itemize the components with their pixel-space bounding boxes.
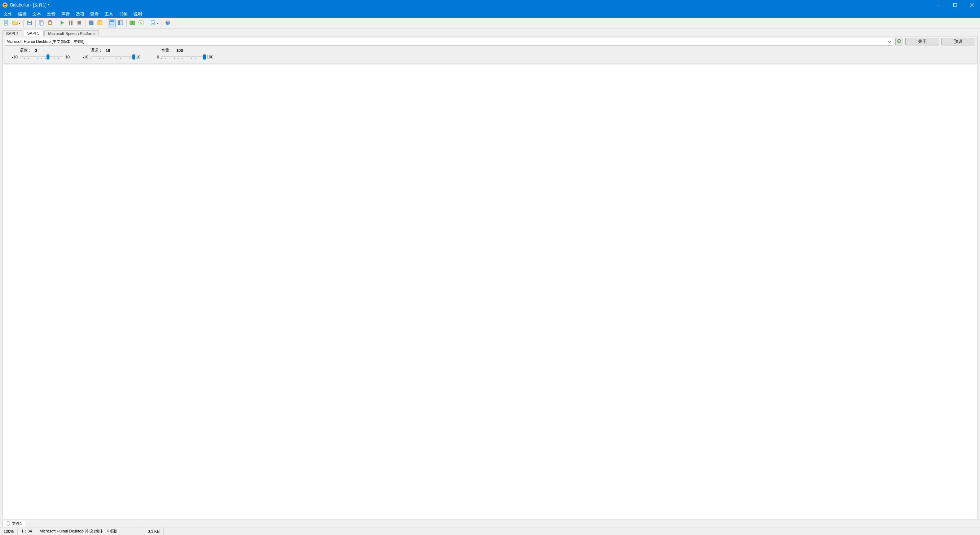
- svg-rect-19: [110, 21, 114, 22]
- separator: [126, 20, 127, 27]
- document-tab[interactable]: 文件1: [2, 521, 26, 527]
- save-bookmark-button[interactable]: [96, 19, 104, 27]
- translate-icon: [129, 20, 135, 27]
- new-doc-icon: [3, 20, 9, 27]
- separator: [147, 20, 147, 27]
- play-button[interactable]: [58, 19, 66, 27]
- titlebar: Balabolka - [文件1] •: [0, 0, 980, 10]
- app-name: Balabolka: [10, 3, 29, 8]
- pitch-thumb[interactable]: [132, 54, 135, 59]
- save-audio-icon: [88, 20, 94, 27]
- save-bookmark-icon: [97, 20, 103, 27]
- document-icon: [6, 521, 10, 526]
- slider-row: 语速： 3 -10 10 语调： 10: [3, 47, 977, 63]
- pause-icon: [68, 20, 73, 27]
- open-button[interactable]: [11, 19, 22, 27]
- close-button[interactable]: [963, 0, 980, 10]
- separator: [106, 20, 106, 27]
- panel-b-icon: [118, 20, 123, 27]
- spellcheck-icon: [150, 20, 156, 27]
- svg-rect-16: [89, 21, 94, 25]
- svg-rect-3: [954, 3, 957, 7]
- tab-msspeech[interactable]: Microsoft Speech Platform: [45, 30, 99, 37]
- svg-rect-9: [40, 22, 43, 25]
- volume-max: 100: [207, 55, 215, 59]
- separator: [85, 20, 86, 27]
- dictionary-button[interactable]: A: [137, 19, 145, 27]
- document-tabs: 文件1: [0, 519, 980, 527]
- panel-a-button[interactable]: [108, 19, 116, 27]
- menu-text[interactable]: 文本: [30, 10, 44, 18]
- panel-b-button[interactable]: [116, 19, 124, 27]
- volume-slider[interactable]: [161, 54, 205, 60]
- paste-button[interactable]: [46, 19, 54, 27]
- svg-rect-6: [29, 21, 31, 22]
- minimize-button[interactable]: [930, 0, 947, 10]
- menu-view[interactable]: 查看: [87, 10, 102, 18]
- tab-sapi4[interactable]: SAPI 4: [2, 30, 22, 37]
- menu-file[interactable]: 文件: [1, 10, 15, 18]
- save-button[interactable]: [25, 19, 33, 27]
- toolbar: A ?: [0, 18, 980, 29]
- app-window: Balabolka - [文件1] • 文件 编辑 文本 发音 声音 选项 查看…: [0, 0, 980, 535]
- svg-point-0: [3, 3, 8, 8]
- status-size: 0.1 KB: [144, 527, 164, 535]
- rate-slider[interactable]: [20, 54, 63, 60]
- svg-rect-15: [78, 21, 81, 24]
- volume-value: 100: [177, 48, 183, 52]
- refresh-voice-button[interactable]: [895, 38, 903, 45]
- svg-rect-21: [118, 21, 120, 25]
- about-voice-button[interactable]: 关于: [905, 38, 939, 45]
- menu-tools[interactable]: 工具: [102, 10, 116, 18]
- help-button[interactable]: ?: [164, 19, 172, 27]
- spellcheck-button[interactable]: [149, 19, 160, 27]
- help-icon: ?: [165, 20, 170, 27]
- rate-thumb[interactable]: [46, 54, 49, 59]
- pitch-label: 语调：: [91, 48, 106, 53]
- window-title: Balabolka - [文件1] •: [10, 0, 930, 10]
- svg-rect-14: [71, 21, 73, 25]
- preset-button[interactable]: 预设: [942, 38, 975, 45]
- save-disk-icon: [27, 20, 32, 27]
- svg-rect-13: [69, 21, 70, 25]
- pitch-slider[interactable]: [91, 54, 134, 60]
- svg-text:?: ?: [167, 21, 169, 25]
- tab-sapi5[interactable]: SAPI 5: [23, 30, 43, 37]
- pause-button[interactable]: [67, 19, 75, 27]
- menu-voice[interactable]: 声音: [59, 10, 73, 18]
- pitch-max: 10: [136, 55, 144, 59]
- maximize-button[interactable]: [947, 0, 963, 10]
- rate-value: 3: [35, 48, 37, 52]
- pitch-group: 语调： 10 -10 10: [80, 48, 144, 60]
- document-tab-label: 文件1: [12, 521, 22, 526]
- volume-label: 音量：: [161, 48, 177, 53]
- refresh-icon: [897, 38, 902, 45]
- paste-icon: [47, 20, 53, 27]
- menu-help[interactable]: 说明: [130, 10, 145, 18]
- menu-options[interactable]: 选项: [73, 10, 87, 18]
- svg-rect-22: [130, 21, 132, 24]
- status-zoom: 100%: [0, 527, 18, 535]
- pitch-min: -10: [80, 55, 88, 59]
- svg-point-1: [4, 4, 5, 5]
- stop-button[interactable]: [75, 19, 83, 27]
- voice-combobox[interactable]: Microsoft Huihui Desktop [中文(简体，中国)]: [5, 38, 893, 45]
- separator: [24, 20, 24, 27]
- menu-speak[interactable]: 发音: [44, 10, 59, 18]
- rate-label: 语速：: [20, 48, 35, 53]
- menu-edit[interactable]: 编辑: [15, 10, 30, 18]
- copy-button[interactable]: [38, 19, 45, 27]
- voice-row: Microsoft Huihui Desktop [中文(简体，中国)] 关于 …: [3, 37, 977, 47]
- chevron-down-icon: [18, 22, 21, 24]
- volume-thumb[interactable]: [203, 54, 206, 59]
- translate-button[interactable]: [129, 19, 136, 27]
- minimize-icon: [937, 3, 940, 7]
- menubar: 文件 编辑 文本 发音 声音 选项 查看 工具 书签 说明: [0, 10, 980, 18]
- text-editor[interactable]: [2, 65, 978, 519]
- new-button[interactable]: [2, 19, 10, 27]
- close-icon: [970, 3, 974, 7]
- rate-max: 10: [65, 55, 73, 59]
- save-audio-button[interactable]: [87, 19, 95, 27]
- window-controls: [930, 0, 980, 10]
- menu-bookmarks[interactable]: 书签: [116, 10, 130, 18]
